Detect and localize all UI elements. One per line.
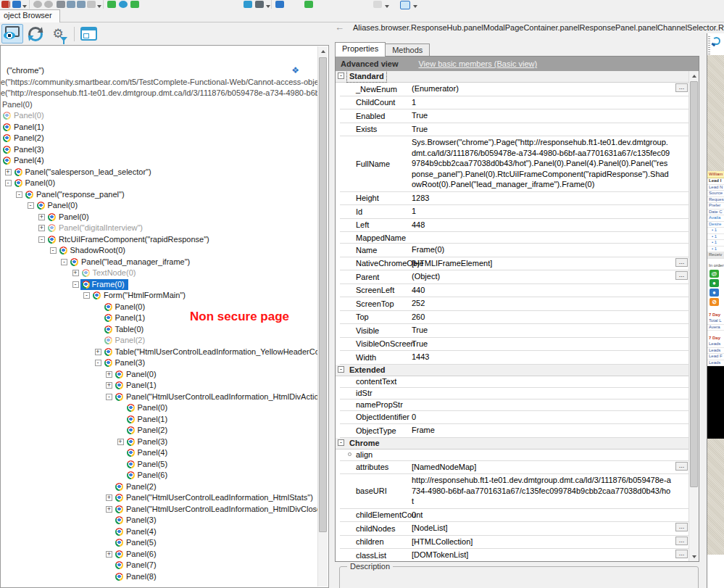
tree-node-label[interactable]: Panel(2): [126, 481, 157, 493]
tree-node-label[interactable]: Panel(2): [115, 335, 146, 347]
gear-dropdown[interactable]: [373, 1, 382, 8]
tree-node[interactable]: Panel(4): [1, 447, 318, 459]
tree-node[interactable]: +Table("HtmlUserControlLeadInformation_Y…: [1, 347, 318, 358]
dropdown-caret-icon[interactable]: [385, 5, 389, 8]
tree-node-label[interactable]: Panel(3): [138, 436, 168, 448]
tree-node[interactable]: -Panel("lead_manager_iframe"): [1, 257, 318, 268]
tree-node[interactable]: -Frame(0): [1, 279, 318, 291]
dropdown-caret-icon[interactable]: [266, 5, 270, 8]
tree-node[interactable]: +Panel(3): [1, 436, 318, 448]
tree-node[interactable]: Panel(5): [1, 537, 318, 549]
expand-icon[interactable]: +: [106, 506, 112, 513]
save-dropdown[interactable]: [33, 1, 42, 8]
tree-node[interactable]: Table(0): [1, 324, 318, 336]
tree-scrollbar[interactable]: [317, 46, 328, 587]
tree-node-label[interactable]: Panel(1): [115, 312, 146, 324]
copy-icon[interactable]: [77, 1, 86, 8]
tree-node-label[interactable]: Panel(0): [59, 212, 89, 223]
expand-icon[interactable]: +: [38, 214, 45, 220]
tree-node-label[interactable]: ("chrome"): [7, 65, 44, 77]
collapse-icon[interactable]: -: [5, 180, 12, 186]
tree-node[interactable]: +Panel("HtmlUserControlLeadInformation_H…: [1, 504, 318, 515]
property-row[interactable]: childNodes[NodeList]...: [340, 522, 689, 536]
tree-node-label[interactable]: Panel(6): [126, 549, 157, 560]
tree-node[interactable]: -Panel("HtmlUserControlLeadInformation_H…: [1, 392, 318, 403]
property-row[interactable]: baseURIhttp://responsehub.ft1-te01.dev.d…: [340, 474, 689, 509]
tree-node-label[interactable]: Panel(3): [14, 144, 44, 156]
tree-node-label[interactable]: Panel(6): [138, 470, 168, 481]
tree-node-label[interactable]: TextNode(0): [93, 268, 136, 279]
property-row[interactable]: _NewEnum(Enumerator)...: [340, 83, 689, 96]
tree-node[interactable]: +Panel(1): [1, 380, 318, 392]
tree-node-label[interactable]: Panel(1): [138, 414, 168, 426]
redo-icon[interactable]: [57, 1, 65, 8]
property-row[interactable]: FullNameSys.Browser("chrome").Page("http…: [340, 136, 689, 192]
scroll-up-button[interactable]: [689, 71, 699, 80]
tree-node-label[interactable]: Panel(0): [25, 178, 56, 189]
tree-node[interactable]: e("https://community.smartbear.com/t5/Te…: [1, 77, 318, 88]
show-panel-button[interactable]: [78, 25, 99, 43]
tree-node-label[interactable]: Panel(0): [48, 200, 78, 212]
object-spy-view-button[interactable]: [1, 24, 23, 44]
tree-node-label[interactable]: RtcUiIFrameComponent("rapidResponse"): [59, 234, 209, 246]
tree-node[interactable]: +Panel(6): [1, 549, 318, 560]
tree-node-label[interactable]: Panel(2): [138, 425, 168, 436]
property-row[interactable]: Parent(Object)...: [340, 270, 689, 284]
expand-icon[interactable]: +: [106, 494, 112, 501]
collapse-icon[interactable]: -: [28, 202, 34, 209]
scroll-up-button[interactable]: [318, 46, 328, 56]
property-row[interactable]: VisibleTrue: [340, 324, 689, 338]
add-icon[interactable]: [130, 1, 139, 8]
filter-settings-button[interactable]: ⚙: [48, 25, 68, 43]
tree-node-label[interactable]: Form("HtmlFormMain"): [104, 290, 186, 302]
tree-node[interactable]: +Panel("salesperson_lead_selector"): [1, 167, 318, 178]
ellipsis-button[interactable]: ...: [675, 537, 688, 545]
tree-node-label[interactable]: Panel(1): [14, 122, 44, 133]
tree-node[interactable]: Panel(5): [1, 459, 318, 471]
checklist-icon[interactable]: [255, 1, 264, 8]
key-icon[interactable]: [400, 1, 410, 9]
panel-dropdown[interactable]: [119, 1, 128, 8]
property-row[interactable]: ScreenTop252: [340, 297, 689, 311]
property-row[interactable]: children[HTMLCollection]...: [340, 536, 689, 550]
property-group-header[interactable]: -Standard: [336, 71, 689, 83]
tree-node[interactable]: -ShadowRoot(0): [1, 245, 318, 257]
expand-icon[interactable]: +: [106, 382, 112, 389]
property-row[interactable]: childElementCount0: [340, 509, 689, 523]
tab-methods[interactable]: Methods: [385, 44, 430, 57]
tree-node[interactable]: e("http://responsehub.ft1-te01.dev.dmtgr…: [1, 88, 318, 99]
dropdown-caret-icon[interactable]: [413, 5, 417, 8]
tree-node-label[interactable]: Panel(0): [2, 99, 33, 111]
tree-node-label[interactable]: Table("HtmlUserControlLeadInformation_Ye…: [115, 347, 319, 358]
tree-node[interactable]: +Panel(0): [1, 212, 318, 223]
tree-node[interactable]: Panel(2): [1, 133, 318, 144]
property-row[interactable]: MappedName: [340, 232, 689, 244]
monitor-icon[interactable]: [275, 1, 284, 8]
tree-node-label[interactable]: Panel(3): [115, 357, 146, 369]
tree-node[interactable]: +TextNode(0): [1, 268, 318, 279]
ellipsis-button[interactable]: ...: [675, 83, 688, 92]
tree-node-label[interactable]: Panel(0): [14, 110, 44, 122]
tree-node[interactable]: Panel(7): [1, 560, 318, 571]
tree-node-label[interactable]: Panel("response_panel"): [36, 189, 125, 201]
property-row[interactable]: NameFrame(0): [340, 244, 689, 257]
expand-icon[interactable]: +: [5, 169, 12, 175]
property-row[interactable]: Height1283: [340, 192, 689, 206]
dropdown-caret-icon[interactable]: [22, 5, 27, 8]
collapse-icon[interactable]: -: [61, 259, 67, 265]
collapse-icon[interactable]: -: [16, 191, 22, 198]
save-icon[interactable]: [12, 1, 21, 8]
tree-node-label[interactable]: Panel(4): [14, 155, 44, 167]
tree-node-label[interactable]: Panel(1): [126, 380, 157, 392]
tree-node[interactable]: Panel(0): [1, 110, 318, 122]
tree-node[interactable]: Panel(2): [1, 425, 318, 436]
tree-node[interactable]: ("chrome")❖: [1, 65, 318, 77]
property-row[interactable]: EnabledTrue: [340, 109, 689, 123]
tree-node[interactable]: -Form("HtmlFormMain"): [1, 290, 318, 302]
properties-scrollbar[interactable]: [688, 71, 699, 561]
property-row[interactable]: idStr: [340, 388, 689, 399]
panel-icon[interactable]: [107, 1, 116, 8]
tree-node-label[interactable]: Panel("lead_manager_iframe"): [81, 257, 190, 268]
tree-node-label[interactable]: Panel(0): [126, 369, 157, 381]
tree-node[interactable]: Panel(1): [1, 122, 318, 133]
